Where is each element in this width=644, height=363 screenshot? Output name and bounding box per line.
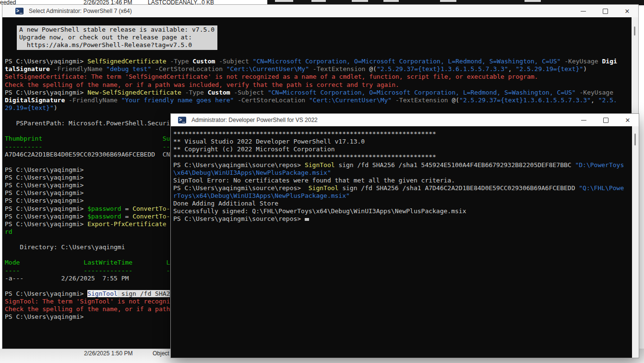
terminal-text: New-SelfSignedCertificate [87,89,181,96]
terminal-text: Successfully signed: Q:\FHL\PowerToys\x6… [173,207,466,215]
terminal-text: PS C:\Users\yaqingmi> [5,197,87,204]
maximize-icon [603,118,608,123]
terminal-text: PS C:\Users\yaqingmi> [5,290,87,297]
win2-maximize-button[interactable] [595,114,617,126]
terminal-text: sign /fd SHA2 [118,290,170,297]
terminal-text: "2.5.29.37={text}1.3.6.1.5.5.7.3.3" [377,65,508,73]
file-type-fragment: Object [153,350,169,357]
terminal-text: rd [5,228,12,235]
text-cursor [305,218,309,221]
terminal-text: SelfSignedCertificate [87,58,166,65]
minimize-icon [581,120,586,121]
terminal-text: PS C:\Users\yaqingmi> [5,205,87,212]
terminal-text: Thumbprint Su [5,135,170,142]
terminal-line: rToys\x64\Debug\WinUI3Apps\NewPlusPackag… [173,192,632,200]
terminal-text: SelfSignedCertificate: The term 'SelfSig… [5,73,538,80]
terminal-text: ConvertTo- [132,213,170,220]
terminal-line: PS C:\Users\yaqingmi\source\repos> SignT… [173,161,632,169]
close-icon: ✕ [625,8,630,14]
terminal-text: PS C:\Users\yaqingmi> [5,58,87,65]
terminal-text: SignTool: The term 'SignTool' is not rec… [5,298,170,305]
terminal-text: "Cert:\CurrentUser\My" [309,97,392,104]
terminal-text: "Cert:\CurrentUser\My" [227,65,309,73]
terminal-text: "2.5.29.37={text}1.3.6.1.5.5.7.3.3" [459,97,591,104]
terminal-text: -KeyUsage [561,58,602,65]
terminal-line: PS C:\Users\yaqingmi> SelfSignedCertific… [5,58,632,65]
terminal-line: \x64\Debug\WinUI3Apps\NewPlusPackage.msi… [173,169,632,177]
terminal-text: PS C:\Users\yaqingmi> [5,174,87,181]
terminal-text: PSParentPath: Microsoft.PowerShell.Secur… [5,120,170,127]
terminal-line: Check the spelling of the name, or if a … [5,81,632,89]
terminal-text: = [121,205,132,212]
terminal-text: "2.5.29.19={text}" [515,65,583,73]
terminal-text: talSignature [5,65,50,73]
background-notch [525,0,541,2]
win2-terminal[interactable]: ****************************************… [171,126,632,358]
terminal-text: SignTool [309,184,339,192]
win2-minimize-button[interactable] [572,114,595,126]
win1-titlebar[interactable]: > Select Administrator: PowerShell 7 (x6… [2,5,638,17]
terminal-line: talSignature -FriendlyName "debug test" … [5,65,632,73]
terminal-text: -KeyUsage [576,89,613,96]
terminal-text: PS C:\Users\yaqingmi> [5,166,87,173]
notice-line: A new PowerShell stable release is avail… [19,26,215,34]
notice-line: https://aka.ms/PowerShell-Release?tag=v7… [19,41,215,49]
terminal-text: ** Copyright (c) 2022 Microsoft Corporat… [173,145,335,153]
terminal-text: , [508,65,516,73]
terminal-line: SelfSignedCertificate: The term 'SelfSig… [5,73,632,81]
terminal-text: "debug test" [106,65,151,73]
terminal-line: Done Adding Additional Store [173,200,632,207]
terminal-line: DigitalSignature -FriendlyName "Your fri… [5,97,632,104]
win2-scrollbar[interactable] [632,126,639,358]
terminal-text: Digi [602,58,617,65]
terminal-line: 29.19={text}") [5,104,632,112]
win1-close-button[interactable]: ✕ [616,5,638,17]
terminal-text: PS C:\Users\yaqingmi> [5,189,87,196]
win1-minimize-button[interactable] [572,5,594,17]
win2-scrollbar-thumb[interactable] [634,133,636,145]
terminal-text: -a--- 2/26/2025 7:55 PM [5,275,129,282]
terminal-text: -FriendlyName [65,97,121,104]
terminal-line: PS C:\Users\yaqingmi> New-SelfSignedCert… [5,89,632,97]
terminal-text: SignTool Error: No certificates were fou… [173,177,455,184]
win2-titlebar[interactable]: > Administrator: Developer PowerShell fo… [171,114,639,126]
terminal-text: "CN=Microsoft Corporation, O=Microsoft C… [268,89,576,96]
terminal-text: Check the spelling of the name, or if a … [5,305,170,313]
terminal-text: ) [583,65,587,73]
terminal-text: \x64\Debug\WinUI3Apps\NewPlusPackage.msi… [173,169,331,176]
minimize-icon [581,11,586,12]
win2-title: Administrator: Developer PowerShell for … [191,117,318,123]
terminal-text: PS C:\Users\yaqingmi> [5,182,87,189]
close-icon: ✕ [625,117,631,123]
terminal-text: -Type [167,58,193,65]
terminal-text: $password [87,205,121,212]
win1-maximize-button[interactable] [594,5,616,17]
terminal-line: ** Visual Studio 2022 Developer PowerShe… [173,138,632,145]
terminal-text: "D:\PowerToys [575,161,624,169]
terminal-text: ---------- -- [5,143,170,150]
terminal-text: DigitalSignature [5,97,65,104]
notice-line: Upgrade now, or check out the release pa… [19,34,215,41]
terminal-text: = [121,213,132,220]
terminal-text: , [591,97,598,104]
terminal-line: ****************************************… [173,130,632,138]
background-notch [275,0,293,2]
win2-close-button[interactable]: ✕ [617,114,639,126]
win1-scrollbar-thumb[interactable] [634,26,635,36]
terminal-text: PS C:\Users\yaqingmi> [5,89,87,96]
terminal-text: -Subject [215,58,252,65]
file-date-fragment: 2/26/2025 1:50 PM [84,350,132,357]
dev-powershell-window: > Administrator: Developer PowerShell fo… [170,113,639,358]
terminal-line: Successfully signed: Q:\FHL\PowerToys\x6… [173,207,632,215]
terminal-text: -CertStoreLocation [234,97,309,104]
terminal-text: ---- ------------- - [5,267,170,274]
terminal-text: @( [369,65,377,73]
terminal-text: ****************************************… [173,153,436,160]
terminal-text: PS C:\Users\yaqingmi\source\repos> [173,215,305,222]
terminal-line: ** Copyright (c) 2022 Microsoft Corporat… [173,145,632,153]
update-notice: A new PowerShell stable release is avail… [17,25,217,50]
maximize-icon [603,9,608,14]
terminal-text: -FriendlyName [50,65,106,73]
terminal-text: A7D46C2A2D1BE84D0E59CC029306B69A6FCEBEDD… [5,151,170,158]
terminal-text: -TextExtension [392,97,452,104]
